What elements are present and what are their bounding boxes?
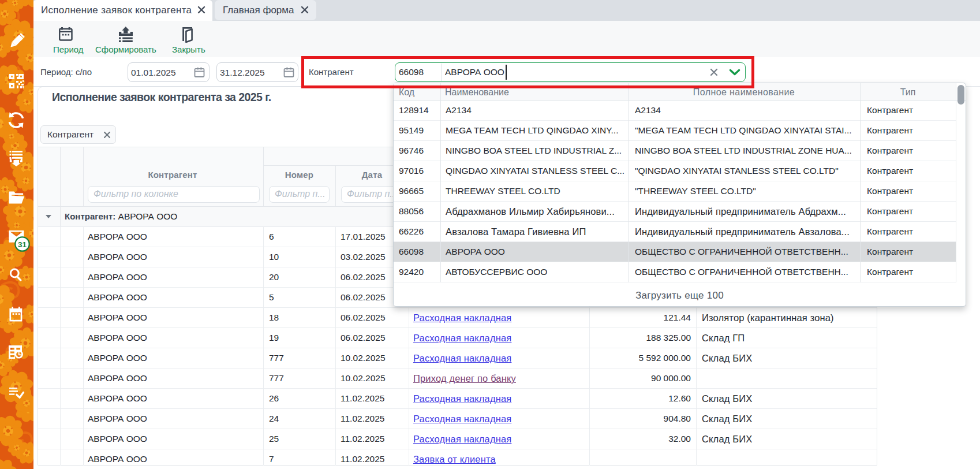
svg-text:31: 31 [18, 240, 27, 249]
